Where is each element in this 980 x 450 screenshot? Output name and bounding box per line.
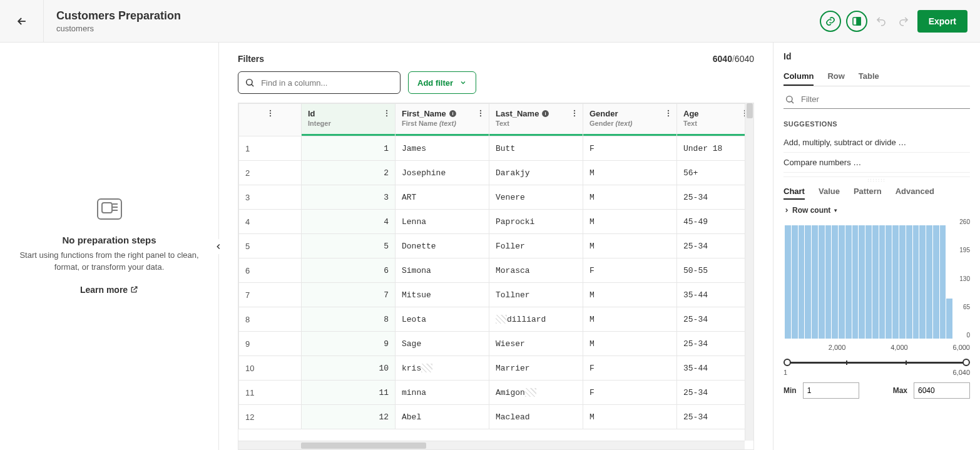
table-row[interactable]: 1212AbelMacleadM25-34	[239, 405, 753, 429]
cell-first-name[interactable]: James	[396, 136, 489, 161]
histogram-bar[interactable]	[946, 299, 952, 339]
max-input[interactable]	[914, 382, 970, 399]
distribution-chart[interactable]: 260195130650	[783, 216, 970, 341]
cell-last-name[interactable]: Wieser	[489, 332, 583, 356]
slider-handle-max[interactable]	[962, 359, 970, 366]
cell-first-name[interactable]: kris	[396, 356, 489, 381]
histogram-bar[interactable]	[859, 225, 865, 339]
table-row[interactable]: 99SageWieserM25-34	[239, 332, 753, 356]
cell-first-name[interactable]: minna	[396, 381, 489, 405]
cell-id[interactable]: 10	[302, 356, 396, 381]
table-row[interactable]: 77MitsueTollnerM35-44	[239, 283, 753, 307]
column-menu-icon[interactable]	[570, 109, 579, 118]
cell-last-name[interactable]: Butt	[489, 136, 583, 161]
cell-gender[interactable]: F	[583, 136, 677, 161]
histogram-bar[interactable]	[940, 225, 946, 339]
cell-first-name[interactable]: Lenna	[396, 210, 489, 234]
row-menu-icon[interactable]	[245, 109, 295, 118]
table-row[interactable]: 44LennaPaprockiM45-49	[239, 210, 753, 234]
cell-gender[interactable]: M	[583, 161, 677, 185]
column-menu-icon[interactable]	[664, 109, 673, 118]
histogram-bar[interactable]	[913, 225, 919, 339]
suggestions-filter-input[interactable]	[800, 94, 969, 105]
cell-age[interactable]: 56+	[677, 161, 753, 185]
cell-id[interactable]: 2	[302, 161, 396, 185]
histogram-bar[interactable]	[839, 225, 845, 339]
table-row[interactable]: 88LeotadilliardM25-34	[239, 307, 753, 332]
column-header-gender[interactable]: GenderGender (text)	[583, 104, 677, 136]
cell-first-name[interactable]: Abel	[396, 405, 489, 429]
cell-last-name[interactable]: Maclead	[489, 405, 583, 429]
subtab-value[interactable]: Value	[819, 184, 840, 200]
cell-gender[interactable]: M	[583, 405, 677, 429]
histogram-bar[interactable]	[792, 225, 798, 339]
cell-gender[interactable]: M	[583, 332, 677, 356]
min-input[interactable]	[803, 382, 859, 399]
cell-last-name[interactable]: Marrier	[489, 356, 583, 381]
cell-age[interactable]: Under 18	[677, 136, 753, 161]
column-search-input[interactable]	[238, 71, 401, 94]
histogram-bar[interactable]	[933, 225, 939, 339]
cell-age[interactable]: 25-34	[677, 332, 753, 356]
cell-age[interactable]: 35-44	[677, 283, 753, 307]
export-button[interactable]: Export	[917, 10, 967, 33]
slider-handle-min[interactable]	[783, 359, 791, 366]
cell-gender[interactable]: M	[583, 234, 677, 258]
cell-age[interactable]: 25-34	[677, 381, 753, 405]
suggestion-item[interactable]: Compare numbers …	[783, 153, 970, 173]
cell-first-name[interactable]: Simona	[396, 258, 489, 283]
histogram-bar[interactable]	[872, 225, 879, 339]
subtab-pattern[interactable]: Pattern	[854, 184, 882, 200]
tab-row[interactable]: Row	[827, 68, 844, 86]
tab-column[interactable]: Column	[783, 68, 814, 86]
table-row[interactable]: 22JosephineDarakjyM56+	[239, 161, 753, 185]
histogram-bar[interactable]	[865, 225, 872, 339]
cell-last-name[interactable]: Paprocki	[489, 210, 583, 234]
histogram-bar[interactable]	[832, 225, 838, 339]
horizontal-scrollbar[interactable]	[238, 441, 745, 449]
tab-table[interactable]: Table	[859, 68, 879, 86]
cell-id[interactable]: 11	[302, 381, 396, 405]
cell-id[interactable]: 3	[302, 185, 396, 210]
resize-handle[interactable]: :::::::	[783, 176, 970, 182]
histogram-bar[interactable]	[785, 225, 791, 339]
cell-last-name[interactable]: Tollner	[489, 283, 583, 307]
panel-toggle-icon[interactable]	[846, 11, 867, 32]
cell-age[interactable]: 25-34	[677, 234, 753, 258]
table-row[interactable]: 1010krisMarrierF35-44	[239, 356, 753, 381]
histogram-bar[interactable]	[926, 225, 932, 339]
row-number-header[interactable]	[239, 104, 302, 136]
cell-id[interactable]: 9	[302, 332, 396, 356]
table-row[interactable]: 33ARTVenereM25-34	[239, 185, 753, 210]
column-search-field[interactable]	[260, 78, 394, 88]
cell-first-name[interactable]: Mitsue	[396, 283, 489, 307]
suggestions-filter[interactable]	[783, 90, 970, 109]
cell-id[interactable]: 6	[302, 258, 396, 283]
histogram-bar[interactable]	[845, 225, 852, 339]
cell-gender[interactable]: M	[583, 210, 677, 234]
cell-gender[interactable]: M	[583, 283, 677, 307]
histogram-bar[interactable]	[799, 225, 805, 339]
range-slider[interactable]	[786, 357, 967, 367]
cell-gender[interactable]: M	[583, 185, 677, 210]
histogram-bar[interactable]	[919, 225, 926, 339]
subtab-advanced[interactable]: Advanced	[896, 184, 934, 200]
cell-last-name[interactable]: Morasca	[489, 258, 583, 283]
histogram-bar[interactable]	[852, 225, 859, 339]
histogram-bar[interactable]	[879, 225, 886, 339]
histogram-bar[interactable]	[899, 225, 906, 339]
histogram-bar[interactable]	[819, 225, 825, 339]
suggestion-item[interactable]: Add, multiply, subtract or divide …	[783, 133, 970, 153]
cell-id[interactable]: 8	[302, 307, 396, 332]
table-row[interactable]: 1111minnaAmigonF25-34	[239, 381, 753, 405]
subtab-chart[interactable]: Chart	[783, 184, 805, 200]
info-icon[interactable]: i	[541, 110, 549, 118]
cell-last-name[interactable]: dilliard	[489, 307, 583, 332]
cell-id[interactable]: 12	[302, 405, 396, 429]
column-menu-icon[interactable]	[476, 109, 485, 118]
cell-last-name[interactable]: Foller	[489, 234, 583, 258]
column-header-id[interactable]: IdInteger	[302, 104, 396, 136]
info-icon[interactable]: i	[449, 110, 457, 118]
histogram-bar[interactable]	[906, 225, 912, 339]
back-button[interactable]	[0, 0, 44, 42]
